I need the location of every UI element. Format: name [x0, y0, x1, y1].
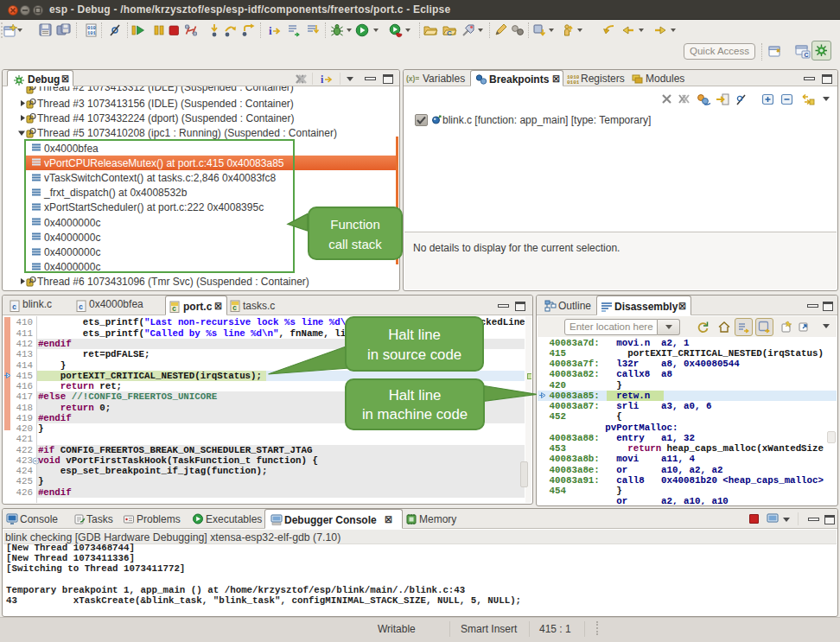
svg-text:c: c — [79, 303, 83, 312]
svg-text:i: i — [269, 24, 272, 37]
svg-text:c: c — [232, 303, 237, 312]
svg-text:i: i — [321, 73, 324, 86]
svg-text:C: C — [447, 29, 452, 37]
svg-text:C: C — [805, 52, 809, 58]
svg-text:c: c — [12, 303, 16, 312]
svg-text:0101: 0101 — [567, 79, 579, 84]
svg-text:101: 101 — [87, 30, 97, 36]
svg-text:(x)=: (x)= — [406, 74, 419, 83]
svg-text:c: c — [172, 304, 176, 313]
